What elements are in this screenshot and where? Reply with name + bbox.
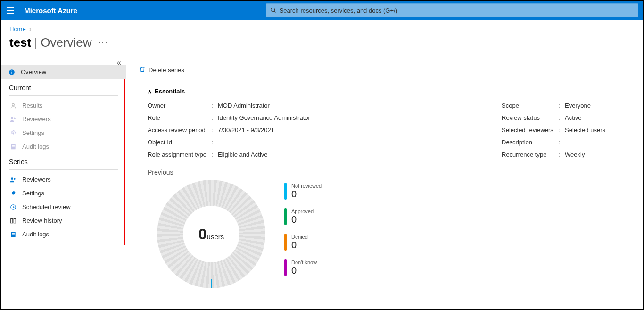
gear-icon bbox=[9, 190, 17, 197]
chevron-right-icon: › bbox=[29, 25, 31, 33]
svg-rect-7 bbox=[11, 70, 12, 71]
donut-legend: Not reviewed0 Approved0 Denied0 Don't kn… bbox=[284, 180, 322, 276]
command-bar: Delete series bbox=[136, 61, 634, 81]
sidebar-item-label: Reviewers bbox=[22, 176, 51, 183]
sidebar-item-history[interactable]: Review history bbox=[2, 214, 124, 227]
legend-label: Don't know bbox=[291, 260, 317, 265]
svg-point-10 bbox=[14, 117, 16, 119]
legend-value: 0 bbox=[291, 240, 308, 251]
gear-icon bbox=[9, 130, 17, 136]
breadcrumb: Home › bbox=[1, 20, 643, 33]
sidebar-item-audit-series[interactable]: Audit logs bbox=[2, 227, 124, 241]
legend-approved: Approved0 bbox=[284, 208, 322, 225]
sidebar-item-label: Audit logs bbox=[22, 231, 49, 238]
search-icon bbox=[270, 7, 277, 14]
selected-reviewers-label: Selected reviewers bbox=[502, 126, 558, 134]
svg-point-15 bbox=[11, 177, 13, 180]
donut-tick bbox=[211, 279, 212, 288]
sidebar-collapse-icon[interactable]: « bbox=[117, 59, 121, 67]
sidebar-item-label: Audit logs bbox=[22, 143, 49, 150]
legend-value: 0 bbox=[291, 265, 317, 276]
svg-point-3 bbox=[271, 8, 275, 12]
sidebar-item-audit-current[interactable]: Audit logs bbox=[2, 140, 124, 153]
sidebar-item-scheduled[interactable]: Scheduled review bbox=[2, 200, 124, 214]
content-pane: Delete series ∧ Essentials Owner:MOD Adm… bbox=[126, 57, 643, 310]
previous-section-label: Previous bbox=[136, 161, 643, 180]
legend-label: Not reviewed bbox=[291, 183, 322, 189]
page-title-section: Overview bbox=[34, 35, 91, 50]
essentials-grid: Owner:MOD Administrator Role:Identity Go… bbox=[136, 100, 643, 161]
recurrence-label: Recurrence type bbox=[502, 151, 558, 159]
legend-color-dont-know bbox=[284, 259, 287, 276]
sidebar-item-label: Overview bbox=[21, 68, 46, 75]
highlighted-nav-region: Current Results Reviewers Settings Audit… bbox=[2, 79, 125, 245]
legend-color-not-reviewed bbox=[284, 183, 287, 200]
svg-rect-6 bbox=[11, 71, 12, 73]
sidebar-item-label: Scheduled review bbox=[22, 203, 71, 210]
brand-label[interactable]: Microsoft Azure bbox=[19, 7, 77, 15]
role-assignment-type-label: Role assignment type bbox=[148, 151, 211, 159]
chevron-up-icon: ∧ bbox=[148, 88, 152, 95]
legend-value: 0 bbox=[291, 214, 314, 225]
delete-series-button[interactable]: Delete series bbox=[136, 64, 187, 76]
search-input[interactable] bbox=[280, 7, 634, 14]
sidebar-item-label: Reviewers bbox=[22, 116, 51, 123]
svg-rect-0 bbox=[7, 7, 14, 8]
people-icon bbox=[9, 116, 17, 123]
svg-point-8 bbox=[12, 103, 15, 106]
sidebar-item-settings-current[interactable]: Settings bbox=[2, 126, 124, 140]
svg-rect-1 bbox=[7, 10, 14, 11]
essentials-heading: Essentials bbox=[155, 88, 185, 95]
sidebar-item-label: Review history bbox=[22, 217, 62, 224]
recurrence-value: Weekly bbox=[565, 151, 585, 159]
log-icon bbox=[9, 143, 17, 150]
sidebar-item-overview[interactable]: Overview bbox=[1, 65, 126, 79]
svg-rect-20 bbox=[12, 233, 15, 234]
legend-denied: Denied0 bbox=[284, 234, 322, 251]
sidebar-item-label: Settings bbox=[22, 129, 44, 136]
svg-point-9 bbox=[11, 117, 13, 119]
book-icon bbox=[9, 218, 17, 224]
svg-point-16 bbox=[14, 178, 16, 180]
sidebar: « Overview Current Results Reviewers Set… bbox=[1, 57, 126, 310]
more-actions-button[interactable]: ··· bbox=[99, 38, 108, 48]
sidebar-item-reviewers-series[interactable]: Reviewers bbox=[2, 173, 124, 186]
button-label: Delete series bbox=[149, 67, 184, 74]
global-search[interactable] bbox=[266, 3, 638, 17]
info-icon bbox=[8, 69, 16, 75]
breadcrumb-home[interactable]: Home bbox=[9, 25, 26, 33]
legend-not-reviewed: Not reviewed0 bbox=[284, 183, 322, 200]
legend-value: 0 bbox=[291, 189, 322, 200]
svg-rect-21 bbox=[12, 234, 15, 235]
sidebar-group-series: Series bbox=[2, 153, 124, 168]
sidebar-item-settings-series[interactable]: Settings bbox=[2, 186, 124, 200]
legend-color-approved bbox=[284, 208, 287, 225]
page-title-name: test bbox=[9, 35, 31, 50]
sidebar-item-reviewers-current[interactable]: Reviewers bbox=[2, 112, 124, 126]
legend-label: Approved bbox=[291, 209, 314, 214]
trash-icon bbox=[139, 66, 146, 74]
legend-label: Denied bbox=[291, 234, 308, 240]
objectid-label: Object Id bbox=[148, 139, 211, 146]
owner-label: Owner bbox=[148, 102, 211, 109]
scope-value: Everyone bbox=[565, 102, 591, 109]
top-bar: Microsoft Azure bbox=[1, 1, 643, 20]
hamburger-menu-icon[interactable] bbox=[1, 1, 19, 20]
scope-label: Scope bbox=[502, 102, 558, 109]
svg-rect-13 bbox=[12, 145, 15, 146]
role-value: Identity Governance Administrator bbox=[218, 114, 310, 122]
sidebar-item-results[interactable]: Results bbox=[2, 99, 124, 112]
donut-chart-area: 0users Not reviewed0 Approved0 Denied0 bbox=[136, 180, 643, 288]
essentials-toggle[interactable]: ∧ Essentials bbox=[136, 81, 643, 100]
selected-reviewers-value: Selected users bbox=[565, 126, 605, 134]
users-donut-chart: 0users bbox=[157, 180, 265, 288]
description-label: Description bbox=[502, 139, 558, 146]
donut-center-label: 0users bbox=[198, 226, 224, 243]
svg-rect-14 bbox=[12, 146, 15, 147]
sidebar-item-label: Settings bbox=[22, 190, 44, 197]
sidebar-item-label: Results bbox=[22, 102, 42, 109]
status-value: Active bbox=[565, 114, 581, 122]
owner-value: MOD Administrator bbox=[218, 102, 270, 109]
clock-icon bbox=[9, 204, 17, 210]
log-icon bbox=[9, 231, 17, 238]
